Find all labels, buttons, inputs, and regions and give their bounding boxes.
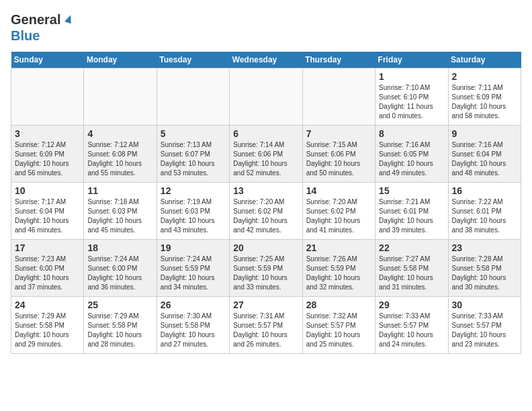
calendar-cell: 8Sunrise: 7:16 AM Sunset: 6:05 PM Daylig… (375, 126, 448, 183)
logo-blue-text: Blue (11, 28, 40, 43)
calendar-cell: 5Sunrise: 7:13 AM Sunset: 6:07 PM Daylig… (157, 126, 229, 183)
day-number: 29 (379, 300, 444, 310)
day-number: 6 (233, 128, 298, 139)
calendar-cell: 6Sunrise: 7:14 AM Sunset: 6:06 PM Daylig… (230, 126, 302, 183)
calendar-cell: 13Sunrise: 7:20 AM Sunset: 6:02 PM Dayli… (230, 183, 302, 240)
day-number: 21 (306, 242, 371, 253)
day-info: Sunrise: 7:12 AM Sunset: 6:09 PM Dayligh… (15, 140, 80, 178)
header-wednesday: Wednesday (230, 52, 302, 68)
day-number: 12 (161, 185, 226, 196)
day-number: 9 (452, 128, 517, 139)
day-number: 17 (15, 242, 80, 253)
day-info: Sunrise: 7:19 AM Sunset: 6:03 PM Dayligh… (161, 197, 226, 235)
day-info: Sunrise: 7:33 AM Sunset: 5:57 PM Dayligh… (379, 312, 444, 349)
day-info: Sunrise: 7:22 AM Sunset: 6:01 PM Dayligh… (452, 197, 517, 235)
day-info: Sunrise: 7:24 AM Sunset: 6:00 PM Dayligh… (87, 255, 152, 292)
day-info: Sunrise: 7:32 AM Sunset: 5:57 PM Dayligh… (306, 312, 371, 349)
calendar-week-row: 1Sunrise: 7:10 AM Sunset: 6:10 PM Daylig… (11, 68, 521, 126)
calendar-table: SundayMondayTuesdayWednesdayThursdayFrid… (11, 52, 521, 354)
calendar-cell: 11Sunrise: 7:18 AM Sunset: 6:03 PM Dayli… (84, 183, 157, 240)
day-info: Sunrise: 7:30 AM Sunset: 5:58 PM Dayligh… (161, 312, 226, 349)
day-number: 30 (452, 300, 517, 310)
day-info: Sunrise: 7:25 AM Sunset: 5:59 PM Dayligh… (233, 255, 298, 292)
day-number: 10 (15, 185, 80, 196)
day-number: 8 (379, 128, 444, 139)
header-tuesday: Tuesday (157, 52, 229, 68)
calendar-week-row: 24Sunrise: 7:29 AM Sunset: 5:58 PM Dayli… (11, 297, 521, 354)
calendar-cell (84, 68, 157, 126)
day-info: Sunrise: 7:18 AM Sunset: 6:03 PM Dayligh… (87, 197, 152, 235)
calendar-week-row: 3Sunrise: 7:12 AM Sunset: 6:09 PM Daylig… (11, 126, 521, 183)
header-thursday: Thursday (302, 52, 375, 68)
day-number: 16 (452, 185, 517, 196)
calendar-cell: 21Sunrise: 7:26 AM Sunset: 5:59 PM Dayli… (302, 240, 375, 297)
day-info: Sunrise: 7:11 AM Sunset: 6:09 PM Dayligh… (452, 83, 517, 121)
day-info: Sunrise: 7:17 AM Sunset: 6:04 PM Dayligh… (15, 197, 80, 235)
day-info: Sunrise: 7:28 AM Sunset: 5:58 PM Dayligh… (452, 255, 517, 292)
day-info: Sunrise: 7:23 AM Sunset: 6:00 PM Dayligh… (15, 255, 80, 292)
calendar-cell: 28Sunrise: 7:32 AM Sunset: 5:57 PM Dayli… (302, 297, 375, 354)
calendar-cell (302, 68, 375, 126)
calendar-cell: 14Sunrise: 7:20 AM Sunset: 6:02 PM Dayli… (302, 183, 375, 240)
day-info: Sunrise: 7:16 AM Sunset: 6:05 PM Dayligh… (379, 140, 444, 178)
calendar-cell: 24Sunrise: 7:29 AM Sunset: 5:58 PM Dayli… (11, 297, 84, 354)
day-number: 24 (15, 300, 80, 310)
day-number: 25 (87, 300, 152, 310)
day-number: 5 (161, 128, 226, 139)
day-number: 11 (87, 185, 152, 196)
day-number: 23 (452, 242, 517, 253)
day-number: 14 (306, 185, 371, 196)
calendar-cell: 9Sunrise: 7:16 AM Sunset: 6:04 PM Daylig… (448, 126, 521, 183)
calendar-cell (157, 68, 229, 126)
header-monday: Monday (84, 52, 157, 68)
day-info: Sunrise: 7:29 AM Sunset: 5:58 PM Dayligh… (87, 312, 152, 349)
day-info: Sunrise: 7:31 AM Sunset: 5:57 PM Dayligh… (233, 312, 298, 349)
day-number: 22 (379, 242, 444, 253)
calendar-cell: 18Sunrise: 7:24 AM Sunset: 6:00 PM Dayli… (84, 240, 157, 297)
calendar-week-row: 17Sunrise: 7:23 AM Sunset: 6:00 PM Dayli… (11, 240, 521, 297)
day-number: 3 (15, 128, 80, 139)
day-number: 20 (233, 242, 298, 253)
logo: General Blue (11, 11, 77, 44)
day-info: Sunrise: 7:16 AM Sunset: 6:04 PM Dayligh… (452, 140, 517, 178)
day-number: 2 (452, 71, 517, 82)
day-info: Sunrise: 7:29 AM Sunset: 5:58 PM Dayligh… (15, 312, 80, 349)
calendar-cell: 17Sunrise: 7:23 AM Sunset: 6:00 PM Dayli… (11, 240, 84, 297)
day-info: Sunrise: 7:26 AM Sunset: 5:59 PM Dayligh… (306, 255, 371, 292)
calendar-header-row: SundayMondayTuesdayWednesdayThursdayFrid… (11, 52, 521, 68)
calendar-cell: 22Sunrise: 7:27 AM Sunset: 5:58 PM Dayli… (375, 240, 448, 297)
header-friday: Friday (375, 52, 448, 68)
calendar-cell: 30Sunrise: 7:33 AM Sunset: 5:57 PM Dayli… (448, 297, 521, 354)
header-saturday: Saturday (448, 52, 521, 68)
day-number: 13 (233, 185, 298, 196)
header-sunday: Sunday (11, 52, 84, 68)
day-number: 27 (233, 300, 298, 310)
day-number: 4 (87, 128, 152, 139)
day-info: Sunrise: 7:15 AM Sunset: 6:06 PM Dayligh… (306, 140, 371, 178)
svg-marker-0 (65, 14, 75, 24)
day-info: Sunrise: 7:14 AM Sunset: 6:06 PM Dayligh… (233, 140, 298, 178)
logo-general-text: General (11, 12, 60, 28)
calendar-cell (230, 68, 302, 126)
day-number: 28 (306, 300, 371, 310)
day-info: Sunrise: 7:20 AM Sunset: 6:02 PM Dayligh… (233, 197, 298, 235)
day-info: Sunrise: 7:33 AM Sunset: 5:57 PM Dayligh… (452, 312, 517, 349)
calendar-cell: 7Sunrise: 7:15 AM Sunset: 6:06 PM Daylig… (302, 126, 375, 183)
day-number: 18 (87, 242, 152, 253)
logo-triangle-icon (62, 11, 77, 26)
calendar-cell: 1Sunrise: 7:10 AM Sunset: 6:10 PM Daylig… (375, 68, 448, 126)
calendar-cell: 27Sunrise: 7:31 AM Sunset: 5:57 PM Dayli… (230, 297, 302, 354)
calendar-cell: 19Sunrise: 7:24 AM Sunset: 5:59 PM Dayli… (157, 240, 229, 297)
day-number: 26 (161, 300, 226, 310)
day-info: Sunrise: 7:12 AM Sunset: 6:08 PM Dayligh… (87, 140, 152, 178)
calendar-week-row: 10Sunrise: 7:17 AM Sunset: 6:04 PM Dayli… (11, 183, 521, 240)
calendar-cell: 20Sunrise: 7:25 AM Sunset: 5:59 PM Dayli… (230, 240, 302, 297)
day-info: Sunrise: 7:10 AM Sunset: 6:10 PM Dayligh… (379, 83, 444, 121)
calendar-cell: 23Sunrise: 7:28 AM Sunset: 5:58 PM Dayli… (448, 240, 521, 297)
calendar-cell: 16Sunrise: 7:22 AM Sunset: 6:01 PM Dayli… (448, 183, 521, 240)
day-info: Sunrise: 7:24 AM Sunset: 5:59 PM Dayligh… (161, 255, 226, 292)
calendar-cell (11, 68, 84, 126)
day-info: Sunrise: 7:13 AM Sunset: 6:07 PM Dayligh… (161, 140, 226, 178)
calendar-cell: 4Sunrise: 7:12 AM Sunset: 6:08 PM Daylig… (84, 126, 157, 183)
calendar-cell: 26Sunrise: 7:30 AM Sunset: 5:58 PM Dayli… (157, 297, 229, 354)
